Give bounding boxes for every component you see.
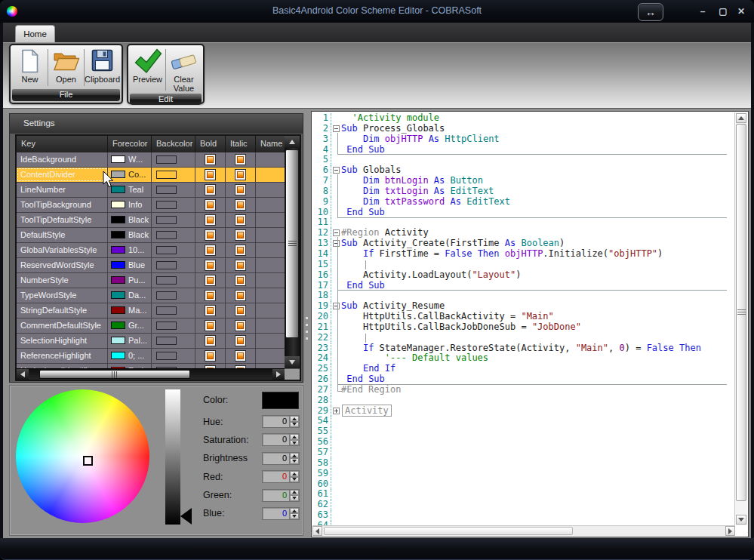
field-input-hue-[interactable]: 0: [262, 415, 300, 428]
code-line-6[interactable]: 6Sub Globals: [312, 165, 735, 176]
code-line-55[interactable]: 55: [312, 426, 735, 437]
table-vertical-scrollbar[interactable]: [285, 136, 300, 368]
collapse-region-icon[interactable]: [333, 229, 340, 236]
code-line-29[interactable]: 29Activity: [312, 406, 735, 417]
panel-splitter[interactable]: [306, 317, 308, 343]
code-line-25[interactable]: 25 End If: [312, 364, 735, 374]
bold-toggle-button[interactable]: [205, 199, 216, 211]
italic-toggle-button[interactable]: [235, 245, 246, 256]
table-row-tooltipbackground[interactable]: ToolTipBackgroundInfo: [17, 198, 285, 213]
bold-toggle-button[interactable]: [205, 169, 216, 180]
ribbon-button-clear-value[interactable]: Clear Value: [167, 47, 201, 93]
code-line-23[interactable]: 23 If StateManager.RestoreState(Activity…: [312, 343, 735, 354]
forecolor-swatch[interactable]: [111, 276, 125, 284]
code-line-5[interactable]: 5: [312, 155, 735, 165]
name-cell[interactable]: [256, 183, 285, 197]
scroll-left-arrow[interactable]: [17, 369, 29, 380]
italic-toggle-button[interactable]: [235, 335, 246, 346]
code-line-21[interactable]: 21 HttpUtils.CallBackJobDoneSub = "JobDo…: [312, 322, 735, 333]
italic-toggle-button[interactable]: [235, 305, 246, 316]
code-line-2[interactable]: 2Sub Process_Globals: [312, 124, 735, 134]
spinner-up-button[interactable]: [290, 453, 299, 459]
bold-toggle-button[interactable]: [205, 290, 216, 301]
name-cell[interactable]: [256, 334, 285, 348]
wheel-cursor[interactable]: [83, 456, 93, 466]
backcolor-swatch[interactable]: [156, 291, 177, 300]
italic-toggle-button[interactable]: [235, 275, 246, 286]
table-row-typewordstyle[interactable]: TypeWordStyleDa...: [17, 288, 285, 303]
pan-arrows-button[interactable]: ↔: [638, 3, 663, 21]
italic-toggle-button[interactable]: [235, 290, 246, 301]
ribbon-button-new[interactable]: New: [13, 47, 47, 88]
code-line-59[interactable]: 59: [312, 469, 735, 479]
forecolor-swatch[interactable]: [111, 306, 125, 314]
table-row-reservedwordstyle[interactable]: ReservedWordStyleBlue: [17, 258, 285, 273]
field-input-brightness[interactable]: 0: [262, 452, 300, 465]
bold-toggle-button[interactable]: [205, 184, 216, 195]
italic-toggle-button[interactable]: [235, 214, 246, 226]
forecolor-swatch[interactable]: [111, 231, 125, 238]
name-cell[interactable]: [256, 273, 285, 288]
bold-toggle-button[interactable]: [205, 320, 216, 331]
minimize-button[interactable]: –: [694, 5, 711, 18]
italic-toggle-button[interactable]: [235, 350, 246, 362]
code-line-9[interactable]: 9 Dim txtPassword As EditText: [312, 197, 735, 208]
name-cell[interactable]: [256, 303, 285, 318]
vertical-scroll-thumb[interactable]: [285, 149, 299, 338]
italic-toggle-button[interactable]: [235, 229, 246, 241]
editor-scroll-up-arrow[interactable]: [736, 113, 746, 123]
name-cell[interactable]: [256, 228, 285, 242]
forecolor-swatch[interactable]: [111, 261, 125, 269]
italic-toggle-button[interactable]: [235, 154, 246, 165]
title-bar[interactable]: Basic4Android Color Scheme Editor - COBR…: [0, 0, 754, 23]
backcolor-swatch[interactable]: [156, 231, 177, 239]
table-row-idebackground[interactable]: IdeBackgroundW...: [17, 152, 285, 168]
code-line-27[interactable]: 27#End Region: [312, 385, 735, 395]
bold-toggle-button[interactable]: [205, 154, 216, 165]
name-cell[interactable]: [256, 198, 285, 212]
forecolor-swatch[interactable]: [111, 201, 125, 208]
spinner-down-button[interactable]: [290, 440, 299, 446]
code-line-63[interactable]: 63: [312, 510, 735, 521]
forecolor-swatch[interactable]: [111, 337, 125, 344]
forecolor-swatch[interactable]: [111, 352, 125, 359]
column-header-bold[interactable]: Bold: [195, 136, 226, 152]
backcolor-swatch[interactable]: [156, 337, 177, 345]
code-line-60[interactable]: 60: [312, 479, 735, 490]
code-line-4[interactable]: 4 End Sub: [312, 145, 735, 155]
code-line-20[interactable]: 20 HttpUtils.CallBackActivity = "Main": [312, 312, 735, 322]
code-line-11[interactable]: 11: [312, 217, 735, 228]
code-line-16[interactable]: 16 Activity.LoadLayout("Layout"): [312, 270, 735, 281]
backcolor-swatch[interactable]: [156, 306, 177, 315]
code-line-54[interactable]: 54: [312, 416, 735, 426]
code-line-12[interactable]: 12#Region Activity: [312, 228, 735, 238]
forecolor-swatch[interactable]: [111, 216, 125, 223]
name-cell[interactable]: [256, 168, 285, 182]
horizontal-scroll-thumb[interactable]: [39, 370, 190, 379]
editor-scroll-left-arrow[interactable]: [312, 526, 322, 536]
bold-toggle-button[interactable]: [205, 229, 216, 241]
code-line-10[interactable]: 10 End Sub: [312, 208, 735, 218]
backcolor-swatch[interactable]: [156, 216, 177, 224]
backcolor-swatch[interactable]: [156, 276, 177, 285]
spinner-down-button[interactable]: [290, 513, 299, 519]
column-header-italic[interactable]: Italic: [226, 136, 256, 152]
backcolor-swatch[interactable]: [156, 201, 177, 209]
field-input-green-[interactable]: 0: [262, 489, 300, 502]
forecolor-swatch[interactable]: [111, 322, 125, 329]
code-line-8[interactable]: 8 Dim txtLogin As EditText: [312, 186, 735, 197]
table-row-numberstyle[interactable]: NumberStylePu...: [17, 273, 285, 288]
name-cell[interactable]: [256, 152, 285, 167]
code-line-1[interactable]: 1 'Activity module: [312, 113, 735, 124]
backcolor-swatch[interactable]: [156, 261, 177, 269]
bold-toggle-button[interactable]: [205, 245, 216, 256]
code-line-14[interactable]: 14 If FirstTime = False Then objHTTP.Ini…: [312, 249, 735, 260]
scroll-down-arrow[interactable]: [285, 356, 300, 368]
bold-toggle-button[interactable]: [205, 214, 216, 226]
bold-toggle-button[interactable]: [205, 275, 216, 286]
editor-horizontal-scroll-thumb[interactable]: [324, 527, 573, 535]
code-line-62[interactable]: 62: [312, 500, 735, 510]
editor-vertical-scroll-thumb[interactable]: [736, 124, 746, 501]
code-line-3[interactable]: 3 Dim objHTTP As HttpClient: [312, 134, 735, 145]
name-cell[interactable]: [256, 258, 285, 272]
